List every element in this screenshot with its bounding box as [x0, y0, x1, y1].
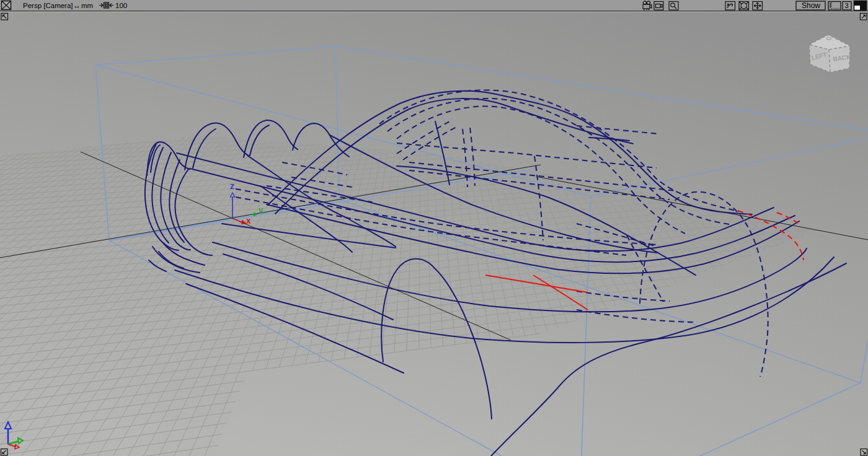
- svg-text:100: 100: [115, 2, 127, 9]
- svg-text:Z: Z: [230, 183, 234, 190]
- svg-text:Show: Show: [802, 1, 820, 10]
- svg-text:Persp [Camera]: Persp [Camera]: [23, 2, 73, 9]
- svg-text:X: X: [246, 217, 251, 225]
- svg-text:mm: mm: [81, 2, 93, 9]
- svg-text:3: 3: [845, 2, 849, 9]
- svg-text:↔: ↔: [73, 1, 81, 10]
- svg-text:V: V: [259, 207, 264, 214]
